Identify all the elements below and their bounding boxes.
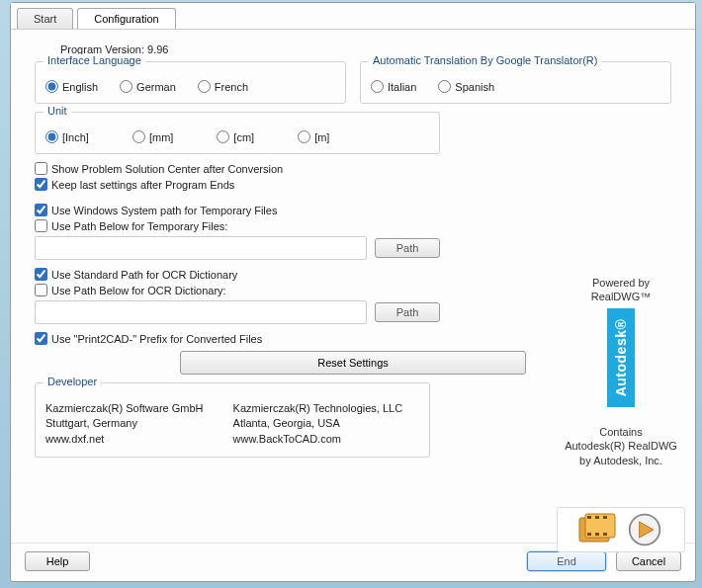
dev-url-2: www.BackToCAD.com [233,432,403,447]
check-show-psc[interactable]: Show Problem Solution Center after Conve… [35,162,440,175]
unit-legend: Unit [44,105,71,117]
help-button[interactable]: Help [25,551,90,571]
radio-mm-label: [mm] [149,131,173,143]
tab-start[interactable]: Start [17,8,73,29]
auto-translation-legend: Automatic Translation By Google Translat… [369,54,601,66]
film-reel-icon [577,512,617,547]
realdwg-label: RealDWG™ [557,291,685,302]
play-icon [625,512,664,547]
radio-french[interactable]: French [198,80,248,93]
developer-col-2: Kazmierczak(R) Technologies, LLC Atlanta… [233,401,403,447]
radio-inch-label: [Inch] [62,131,89,143]
tab-configuration[interactable]: Configuration [77,8,175,30]
check-below-ocr[interactable]: Use Path Below for OCR Dictionary: [35,284,440,296]
powered-by-label: Powered by [557,277,685,289]
contains-block: Contains Autodesk(R) RealDWG by Autodesk… [557,425,685,467]
check-prefix[interactable]: Use "Print2CAD-" Prefix for Converted Fi… [35,332,440,345]
radio-inch[interactable]: [Inch] [45,130,89,143]
radio-mm[interactable]: [mm] [132,130,173,143]
check-keep-last-label: Keep last settings after Program Ends [51,179,234,191]
radio-cm-label: [cm] [233,131,254,143]
developer-legend: Developer [44,376,101,387]
radio-spanish[interactable]: Spanish [438,80,494,93]
svg-rect-6 [595,533,599,536]
autodesk-badge-icon: Autodesk® [607,308,635,407]
temp-path-button[interactable]: Path [375,238,440,258]
end-button[interactable]: End [527,551,606,571]
interface-language-legend: Interface Language [44,54,145,66]
radio-m-label: [m] [314,131,329,143]
check-std-ocr[interactable]: Use Standard Path for OCR Dictionary [35,268,440,281]
radio-german[interactable]: German [120,80,176,93]
svg-rect-4 [603,516,607,519]
temp-path-input[interactable] [35,236,367,260]
dev-company-2: Kazmierczak(R) Technologies, LLC [233,401,403,416]
tab-bar: Start Configuration [11,3,695,29]
tab-content: Program Version: 9.96 Interface Language… [11,29,695,543]
media-icons[interactable] [557,507,685,552]
radio-italian[interactable]: Italian [371,80,416,93]
check-prefix-label: Use "Print2CAD-" Prefix for Converted Fi… [51,333,262,345]
ocr-path-button[interactable]: Path [375,302,440,322]
reset-settings-button[interactable]: Reset Settings [180,351,526,375]
check-below-temp-label: Use Path Below for Temporary Files: [51,220,227,232]
check-win-temp-label: Use Windows System path for Temporary Fi… [51,205,277,216]
config-window: Start Configuration Program Version: 9.9… [10,2,696,582]
developer-col-1: Kazmierczak(R) Software GmbH Stuttgart, … [45,401,204,447]
radio-italian-label: Italian [388,81,416,93]
check-std-ocr-label: Use Standard Path for OCR Dictionary [51,269,237,281]
autodesk-badge-text: Autodesk® [613,319,629,397]
ocr-path-input[interactable] [35,300,367,324]
check-keep-last[interactable]: Keep last settings after Program Ends [35,178,440,191]
check-below-ocr-label: Use Path Below for OCR Dictionary: [51,285,226,296]
dev-url-1: www.dxf.net [45,432,204,447]
unit-group: Unit [Inch] [mm] [cm] [m] [35,112,440,154]
radio-german-label: German [136,81,176,93]
check-below-temp[interactable]: Use Path Below for Temporary Files: [35,219,440,232]
radio-m[interactable]: [m] [298,130,329,143]
auto-translation-group: Automatic Translation By Google Translat… [360,61,671,104]
developer-group: Developer Kazmierczak(R) Software GmbH S… [35,382,430,458]
interface-language-group: Interface Language English German French [35,61,346,104]
check-win-temp[interactable]: Use Windows System path for Temporary Fi… [35,204,440,216]
radio-english[interactable]: English [45,80,98,93]
contains-line3: by Autodesk, Inc. [557,454,685,467]
check-show-psc-label: Show Problem Solution Center after Conve… [51,163,283,175]
radio-french-label: French [215,81,248,93]
dev-company-1: Kazmierczak(R) Software GmbH [45,401,204,416]
right-panel: Powered by RealDWG™ Autodesk® Contains A… [557,277,685,552]
dev-city-1: Stuttgart, Germany [45,416,204,431]
cancel-button[interactable]: Cancel [616,551,681,571]
radio-english-label: English [62,81,98,93]
radio-cm[interactable]: [cm] [217,130,254,143]
contains-line2: Autodesk(R) RealDWG [557,439,685,453]
svg-rect-7 [603,533,607,536]
svg-rect-5 [587,533,591,536]
svg-rect-2 [587,516,591,519]
dev-city-2: Atlanta, Georgia, USA [233,416,403,431]
radio-spanish-label: Spanish [455,81,494,93]
svg-rect-3 [595,516,599,519]
contains-line1: Contains [557,425,685,439]
